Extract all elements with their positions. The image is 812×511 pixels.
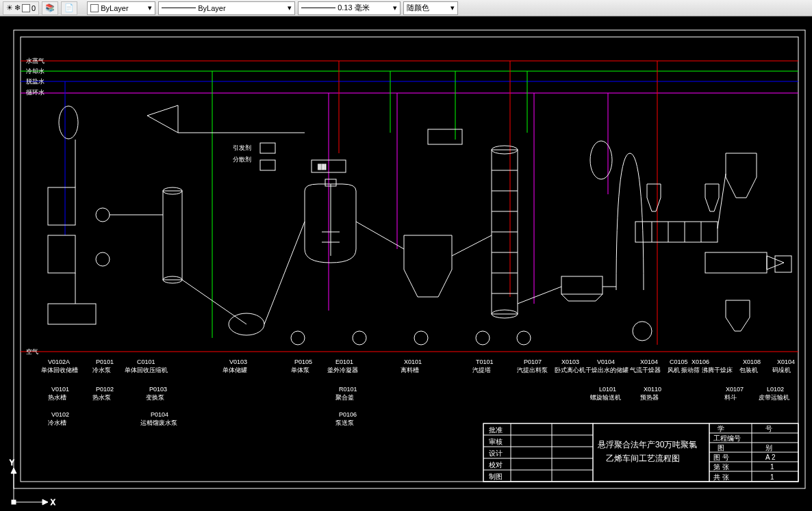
svg-text:单体回收压缩机: 单体回收压缩机: [125, 367, 168, 374]
svg-text:运精馏废水泵: 运精馏废水泵: [140, 419, 177, 426]
drawing-canvas[interactable]: 水蒸气 冷却水 脱盐水 循环水 空气 |||||||: [0, 16, 812, 511]
svg-text:第   张: 第 张: [713, 463, 729, 471]
svg-text:变换泵: 变换泵: [146, 394, 164, 401]
svg-text:C0101: C0101: [137, 358, 155, 365]
svg-text:单体回收储槽: 单体回收储槽: [41, 367, 78, 374]
svg-text:T0101: T0101: [476, 358, 494, 365]
layers-stack-icon[interactable]: 📄: [61, 1, 77, 15]
svg-text:风机: 风机: [668, 367, 680, 374]
svg-line-51: [452, 235, 492, 256]
svg-text:号: 号: [765, 425, 772, 432]
svg-point-42: [476, 331, 490, 345]
eq-row1: V0102A单体回收储槽 P0101冷水泵 C0101单体回收压缩机 V0103…: [41, 358, 795, 374]
svg-text:P0101: P0101: [96, 358, 114, 365]
svg-point-43: [517, 331, 531, 345]
layer-btn[interactable]: ☀❄0: [3, 1, 39, 15]
svg-text:釜外冷凝器: 釜外冷凝器: [327, 367, 358, 374]
svg-text:料斗: 料斗: [724, 394, 737, 401]
svg-text:汽提塔: 汽提塔: [472, 367, 491, 374]
svg-text:螺旋输送机: 螺旋输送机: [590, 394, 621, 401]
svg-text:冷水泵: 冷水泵: [92, 367, 111, 374]
layers-icon[interactable]: 📚: [42, 1, 58, 15]
svg-text:V0104: V0104: [597, 358, 615, 365]
svg-rect-2: [48, 235, 75, 273]
svg-rect-3: [48, 304, 96, 324]
eq-row2: V0101热水槽 P0102热水泵 P0103变换泵 R0101聚合釜 L010…: [48, 386, 789, 401]
svg-text:E0101: E0101: [335, 358, 353, 365]
svg-point-41: [414, 331, 428, 345]
svg-text:冷水槽: 冷水槽: [48, 419, 66, 426]
svg-text:P0105: P0105: [294, 358, 312, 365]
diagram-svg: 水蒸气 冷却水 脱盐水 循环水 空气 |||||||: [0, 16, 812, 511]
svg-text:X0107: X0107: [726, 386, 744, 393]
svg-text:热水泵: 热水泵: [92, 394, 111, 401]
svg-text:离料槽: 离料槽: [401, 367, 419, 374]
color-select[interactable]: 随颜色▾: [403, 1, 458, 15]
svg-text:Y: Y: [10, 459, 14, 467]
svg-text:R0101: R0101: [339, 386, 357, 393]
ucs-icon: X Y: [10, 459, 55, 506]
layer-label: 0: [31, 4, 36, 12]
svg-text:X0104: X0104: [640, 358, 658, 365]
svg-text:V0103: V0103: [229, 358, 247, 365]
eq-row3: V0102冷水槽 P0104运精馏废水泵 P0106泵送泵: [48, 411, 357, 426]
svg-text:L0102: L0102: [767, 386, 784, 393]
svg-text:制图: 制图: [489, 473, 503, 480]
svg-text:泵送泵: 泵送泵: [335, 419, 354, 426]
svg-text:1: 1: [770, 463, 774, 471]
svg-text:X0101: X0101: [404, 358, 422, 365]
lbl-initiator: 引发剂: [233, 144, 251, 151]
lw-text: 0.13 毫米: [338, 3, 369, 13]
svg-text:图   号: 图 号: [713, 454, 729, 461]
svg-text:P0104: P0104: [151, 411, 168, 418]
svg-text:V0102A: V0102A: [48, 358, 70, 365]
lbl-circ: 循环水: [26, 89, 45, 96]
svg-text:热水槽: 热水槽: [48, 394, 66, 401]
svg-point-8: [96, 252, 110, 266]
lineweight-select[interactable]: 0.13 毫米▾: [298, 1, 401, 15]
svg-text:V0101: V0101: [51, 386, 69, 393]
title-block: 批准 审核 设计 校对 制图 悬浮聚合法年产30万吨聚氯 乙烯车间工艺流程图 学…: [483, 423, 798, 482]
linetype-select[interactable]: ByLayer▾: [158, 1, 295, 15]
svg-text:P0106: P0106: [339, 411, 357, 418]
color-text: 随颜色: [407, 3, 429, 13]
svg-rect-17: [260, 160, 275, 170]
lbl-dispersant: 分散剂: [233, 156, 251, 163]
svg-point-30: [590, 141, 612, 179]
svg-text:预热器: 预热器: [640, 394, 659, 401]
svg-rect-37: [705, 252, 767, 273]
svg-line-52: [518, 287, 561, 304]
svg-text:图: 图: [718, 444, 724, 451]
linetype-text: ByLayer: [198, 4, 225, 12]
svg-rect-147: [12, 500, 16, 504]
svg-text:悬浮聚合法年产30万吨聚氯: 悬浮聚合法年产30万吨聚氯: [597, 440, 697, 449]
svg-text:聚合釜: 聚合釜: [335, 394, 354, 401]
svg-text:卧式离心机: 卧式离心机: [555, 367, 585, 374]
svg-text:1: 1: [770, 473, 774, 481]
svg-text:别: 别: [765, 444, 772, 451]
svg-text:X: X: [51, 499, 55, 506]
svg-rect-29: [561, 276, 602, 294]
svg-line-48: [182, 280, 246, 324]
svg-rect-16: [260, 143, 275, 153]
svg-text:X0110: X0110: [644, 386, 661, 393]
svg-text:皮带运输机: 皮带运输机: [759, 394, 789, 401]
svg-line-49: [264, 222, 305, 324]
svg-point-39: [291, 331, 305, 345]
svg-text:设计: 设计: [489, 449, 503, 457]
svg-text:X0106: X0106: [692, 358, 709, 365]
outer-border: [14, 30, 805, 488]
lbl-cooling: 冷却水: [26, 68, 45, 75]
svg-text:共   张: 共 张: [713, 473, 729, 481]
svg-text:P0103: P0103: [149, 386, 167, 393]
svg-text:汽提出料泵: 汽提出料泵: [517, 367, 548, 374]
svg-text:学: 学: [718, 425, 724, 432]
svg-point-40: [353, 331, 366, 345]
svg-point-0: [59, 106, 78, 139]
svg-text:P0107: P0107: [524, 358, 542, 365]
lbl-air: 空气: [26, 348, 38, 355]
svg-text:干燥出水的储罐: 干燥出水的储罐: [585, 367, 629, 374]
layer-select[interactable]: ByLayer▾: [87, 1, 155, 15]
svg-text:批准: 批准: [489, 426, 503, 434]
lbl-reflux: 脱盐水: [26, 78, 45, 85]
